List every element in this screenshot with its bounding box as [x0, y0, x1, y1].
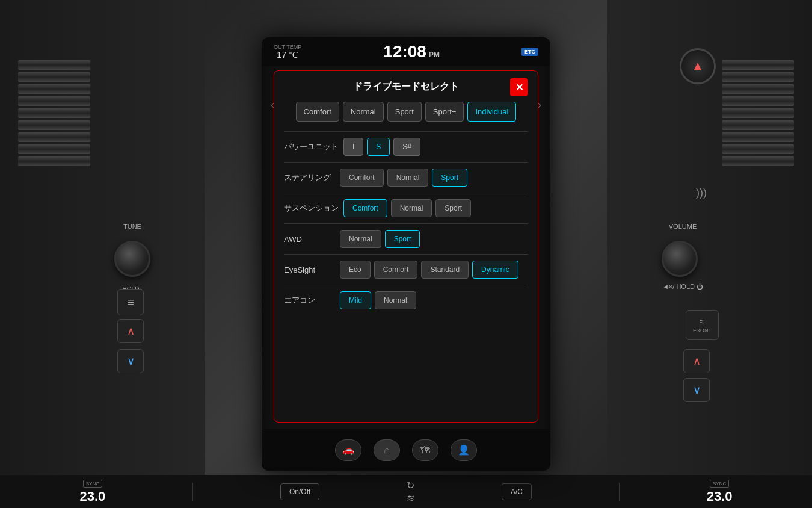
eyesight-comfort-button[interactable]: Comfort [374, 261, 418, 279]
awd-label: AWD [284, 235, 335, 244]
vent-slat [18, 156, 90, 166]
awd-sport-button[interactable]: Sport [385, 230, 420, 248]
suspension-sport-button[interactable]: Sport [435, 199, 471, 217]
volume-label: VOLUME [662, 223, 704, 230]
eyesight-eco-button[interactable]: Eco [340, 261, 371, 279]
vent-slat [18, 84, 90, 94]
drive-mode-dialog: ドライブモードセレクト ✕ Comfort Normal Sport Sport… [274, 70, 538, 423]
left-panel: TUNE HOLD♪ ≡ ∧ ∨ [0, 0, 205, 508]
right-arrow-down-button[interactable]: ∨ [683, 378, 710, 402]
mode-selector-row: Comfort Normal Sport Sport+ Individual [284, 102, 528, 122]
suspension-options: Comfort Normal Sport [343, 199, 471, 217]
bottom-nav-bar: 🚗 ⌂ 🗺 👤 [262, 429, 550, 471]
vent-slat [18, 120, 90, 130]
left-sync-badge: SYNC [83, 480, 102, 488]
ac-button[interactable]: A/C [502, 483, 532, 500]
vent-slat [722, 72, 794, 82]
aircon-label: エアコン [284, 295, 335, 306]
vent-slat [722, 120, 794, 130]
vent-slat [722, 84, 794, 94]
suspension-label: サスペンション [284, 203, 339, 214]
eyesight-dynamic-button[interactable]: Dynamic [472, 261, 518, 279]
awd-options: Normal Sport [340, 230, 420, 248]
steering-options: Comfort Normal Sport [340, 169, 467, 187]
aircon-options: Mild Normal [340, 291, 416, 309]
right-arrow-up-button[interactable]: ∧ [683, 349, 710, 373]
mode-individual-button[interactable]: Individual [467, 102, 516, 122]
out-temp-value: 17 ℃ [277, 50, 298, 60]
steering-normal-button[interactable]: Normal [387, 169, 429, 187]
steering-comfort-button[interactable]: Comfort [340, 169, 384, 187]
ampm-value: PM [429, 51, 440, 59]
mode-sport-button[interactable]: Sport [387, 102, 422, 122]
climate-divider-2 [619, 483, 620, 501]
power-s-sharp-button[interactable]: S# [393, 138, 420, 156]
front-defrost-button[interactable]: ≈ FRONT [686, 310, 719, 340]
climate-icons: ↻ ≋ [407, 480, 414, 504]
left-vent [18, 60, 90, 181]
arrow-up-button[interactable]: ∧ [117, 319, 144, 343]
out-temp-display: OUT TEMP 17 ℃ [274, 44, 301, 60]
mode-sport-plus-button[interactable]: Sport+ [425, 102, 464, 122]
vent-slat [722, 108, 794, 118]
climate-bar: SYNC 23.0 On/Off ↻ ≋ A/C SYNC 23.0 [0, 475, 812, 508]
vent-slat [722, 156, 794, 166]
nav-home-button[interactable]: ⌂ [374, 439, 400, 461]
front-icon: ≈ [700, 317, 705, 327]
power-unit-row: パワーユニット I S S# [284, 131, 528, 162]
time-value: 12:08 [383, 42, 426, 61]
eyesight-standard-button[interactable]: Standard [421, 261, 469, 279]
nav-user-button[interactable]: 👤 [451, 439, 477, 461]
power-i-button[interactable]: I [343, 138, 363, 156]
awd-row: AWD Normal Sport [284, 223, 528, 254]
steering-row: ステアリング Comfort Normal Sport [284, 162, 528, 193]
eyesight-label: EyeSight [284, 265, 335, 274]
arrow-down-button[interactable]: ∨ [117, 349, 144, 373]
right-sync-badge: SYNC [710, 480, 729, 488]
vent-slat [722, 144, 794, 154]
recirculate-icon: ↻ [407, 480, 414, 491]
steering-sport-button[interactable]: Sport [432, 169, 467, 187]
eyesight-row: EyeSight Eco Comfort Standard Dynamic [284, 254, 528, 285]
volume-knob[interactable] [662, 241, 698, 277]
dialog-header: ドライブモードセレクト ✕ [284, 81, 528, 93]
left-temp-display: SYNC 23.0 [79, 480, 105, 504]
power-unit-label: パワーユニット [284, 141, 339, 152]
tune-knob[interactable] [114, 241, 150, 277]
climate-onoff-button[interactable]: On/Off [280, 483, 319, 500]
hazard-button[interactable]: ▲ [680, 48, 716, 84]
aircon-normal-button[interactable]: Normal [375, 291, 416, 309]
suspension-comfort-button[interactable]: Comfort [343, 199, 387, 217]
seat-heat-button[interactable]: ≡ [117, 289, 144, 315]
power-unit-options: I S S# [343, 138, 420, 156]
main-screen: OUT TEMP 17 ℃ 12:08 PM ETC ‹ › ドライブモードセレ… [262, 37, 550, 471]
aircon-row: エアコン Mild Normal [284, 285, 528, 315]
right-temp-display: SYNC 23.0 [707, 480, 733, 504]
dialog-close-button[interactable]: ✕ [510, 78, 528, 96]
dialog-title: ドライブモードセレクト [353, 81, 459, 93]
suspension-normal-button[interactable]: Normal [391, 199, 432, 217]
nav-car-button[interactable]: 🚗 [335, 439, 361, 461]
left-temp-value: 23.0 [79, 489, 105, 504]
right-temp-value: 23.0 [707, 489, 733, 504]
vent-slat [722, 96, 794, 106]
vent-slat [18, 144, 90, 154]
vent-slat [18, 108, 90, 118]
eyesight-options: Eco Comfort Standard Dynamic [340, 261, 518, 279]
out-temp-label: OUT TEMP [274, 44, 301, 50]
etc-badge: ETC [521, 48, 538, 56]
power-s-button[interactable]: S [367, 138, 390, 156]
mode-comfort-button[interactable]: Comfort [296, 102, 339, 122]
awd-normal-button[interactable]: Normal [340, 230, 381, 248]
nav-map-button[interactable]: 🗺 [412, 439, 438, 461]
nfc-icon: ))) [696, 187, 707, 199]
vent-slat [18, 96, 90, 106]
vent-slat [722, 132, 794, 142]
mode-normal-button[interactable]: Normal [343, 102, 384, 122]
steering-label: ステアリング [284, 172, 335, 183]
vent-slat [18, 60, 90, 70]
right-vent [722, 60, 794, 181]
tune-label: TUNE [111, 223, 153, 230]
aircon-mild-button[interactable]: Mild [340, 291, 371, 309]
front-label: FRONT [693, 327, 712, 333]
